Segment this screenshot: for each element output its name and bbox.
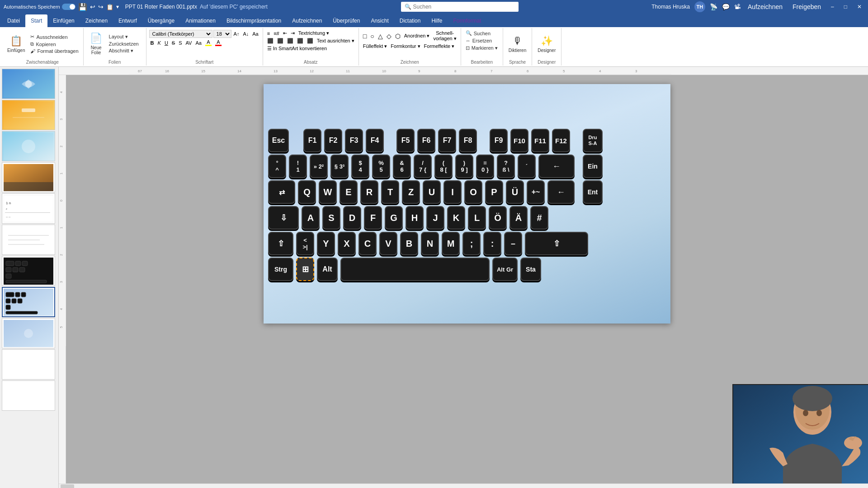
key-plus[interactable]: +~ [527, 180, 545, 204]
tab-start[interactable]: Start [25, 14, 47, 27]
case-btn[interactable]: Aa [194, 40, 203, 46]
canvas-area[interactable]: Esc F1 F2 F3 F4 F5 F6 F7 [66, 75, 868, 483]
font-increase-btn[interactable]: A↑ [232, 31, 241, 37]
key-strg[interactable]: Strg [268, 258, 293, 281]
charspace-btn[interactable]: AV [184, 40, 193, 46]
key-rshift[interactable]: ⇧ [525, 232, 588, 255]
autosave-toggle[interactable]: Automatisches Speichern [4, 4, 75, 10]
key-j[interactable]: J [426, 206, 444, 230]
tab-zeichnen[interactable]: Zeichnen [80, 14, 113, 27]
key-m[interactable]: M [442, 232, 460, 255]
key-9[interactable]: )9 ] [455, 155, 473, 178]
layout-button[interactable]: Layout ▾ [107, 33, 143, 40]
underline-btn[interactable]: U [163, 40, 170, 46]
key-f12[interactable]: F12 [552, 129, 570, 152]
tab-formformat[interactable]: Formformat [448, 14, 486, 27]
slide-thumb-72[interactable]: 72 [2, 225, 55, 255]
align-left-btn[interactable]: ⬛ [266, 38, 275, 44]
key-7[interactable]: /7 { [414, 155, 432, 178]
slide-thumb-77[interactable]: 77 [2, 380, 55, 411]
key-4[interactable]: $4 [351, 155, 369, 178]
tab-praesentation[interactable]: Bildschirmpräsentation [221, 14, 287, 27]
tab-ansicht[interactable]: Ansicht [365, 14, 394, 27]
key-1[interactable]: !1 [289, 155, 307, 178]
key-f8[interactable]: F8 [459, 129, 477, 152]
indent-inc-btn[interactable]: ⇥ [289, 30, 296, 37]
key-alt[interactable]: Alt [317, 258, 338, 281]
key-t[interactable]: T [381, 180, 399, 204]
zuruecksetzen-button[interactable]: Zurücksetzen [107, 41, 143, 47]
slide-thumb-68[interactable]: 68 [2, 100, 55, 130]
bold-btn[interactable]: B [149, 40, 156, 46]
align-center-btn[interactable]: ⬛ [276, 38, 285, 44]
slide-thumb-74[interactable]: 74 [2, 287, 55, 317]
close-btn[interactable]: ✕ [854, 4, 864, 10]
format-uebertragen-button[interactable]: 🖌 Format übertragen [28, 48, 80, 54]
key-hash[interactable]: # [530, 206, 548, 230]
key-x[interactable]: X [338, 232, 356, 255]
key-q[interactable]: Q [298, 180, 316, 204]
key-ent[interactable]: Ent [583, 180, 603, 204]
shape3[interactable]: △ [377, 32, 384, 40]
tab-animationen[interactable]: Animationen [180, 14, 221, 27]
key-oe[interactable]: Ö [489, 206, 507, 230]
key-f4[interactable]: F4 [366, 129, 384, 152]
strikethrough-btn[interactable]: S [170, 40, 176, 46]
key-y[interactable]: Y [317, 232, 335, 255]
slide-thumb-73[interactable]: 73 [2, 256, 55, 286]
neue-folie-button[interactable]: 📄 NeueFolie [86, 31, 106, 57]
textdir-btn[interactable]: Textrichtung ▾ [297, 30, 330, 37]
slide-thumb-70[interactable]: 70 [2, 162, 55, 192]
key-6[interactable]: &6 [393, 155, 411, 178]
key-w[interactable]: W [319, 180, 337, 204]
share-icon[interactable]: 📡 [710, 3, 717, 10]
tab-datei[interactable]: Datei [2, 14, 25, 27]
key-f11[interactable]: F11 [531, 129, 549, 152]
key-z[interactable]: Z [402, 180, 420, 204]
key-f[interactable]: F [364, 206, 382, 230]
key-backspace[interactable]: ← [538, 155, 575, 178]
restore-btn[interactable]: □ [841, 4, 850, 10]
schnell-btn[interactable]: Schnell-vorlagen ▾ [432, 30, 458, 42]
slide-thumb-71[interactable]: 71 1 n z ─ ─ [2, 193, 55, 224]
key-caret[interactable]: °^ [268, 155, 286, 178]
highlight-btn[interactable]: A [204, 39, 213, 47]
key-n[interactable]: N [421, 232, 439, 255]
markieren-button[interactable]: ⊡ Markieren ▾ [464, 45, 500, 52]
key-s[interactable]: S [322, 206, 340, 230]
key-d[interactable]: D [343, 206, 361, 230]
tab-hilfe[interactable]: Hilfe [426, 14, 448, 27]
shape4[interactable]: ◇ [385, 32, 393, 40]
hscroll[interactable] [59, 483, 868, 488]
col-btn[interactable]: ⬛ [306, 38, 315, 44]
list-bullets-btn[interactable]: ≡ [266, 30, 271, 37]
key-a[interactable]: A [302, 206, 320, 230]
file-icon[interactable]: 📋 [106, 4, 113, 10]
shape1[interactable]: □ [362, 32, 368, 40]
key-backtick[interactable]: ´ [518, 155, 536, 178]
suchen-button[interactable]: 🔍 Suchen [464, 30, 500, 37]
key-dash[interactable]: – [504, 232, 522, 255]
indent-dec-btn[interactable]: ⇤ [282, 30, 288, 37]
key-8[interactable]: (8 [ [434, 155, 453, 178]
slide-thumb-76[interactable]: 76 [2, 349, 55, 380]
key-druck[interactable]: DruS-A [583, 129, 603, 152]
tab-dictation[interactable]: Dictation [394, 14, 426, 27]
key-angle[interactable]: <>| [296, 232, 314, 255]
slide-thumb-67[interactable]: 67 [2, 69, 55, 99]
clear-format-btn[interactable]: Aa [251, 31, 259, 37]
key-altgr[interactable]: Alt Gr [492, 258, 518, 281]
font-select[interactable]: Calibri (Textkörper) [149, 30, 212, 38]
slide-thumb-69[interactable]: 69 [2, 131, 55, 161]
key-f3[interactable]: F3 [345, 129, 363, 152]
anordnen-btn[interactable]: Anordnen ▾ [403, 33, 431, 39]
user-avatar[interactable]: TH [694, 1, 705, 12]
tab-uebergaenge[interactable]: Übergänge [142, 14, 180, 27]
shape5[interactable]: ⬡ [394, 32, 402, 40]
comment-icon[interactable]: 💬 [722, 3, 730, 10]
key-ae[interactable]: Ä [509, 206, 528, 230]
key-capslock[interactable]: ⇩ [268, 206, 299, 230]
ausschneiden-button[interactable]: ✂ Ausschneiden [28, 33, 80, 40]
hscroll-thumb[interactable] [61, 484, 74, 488]
undo-icon[interactable]: ↩ [90, 3, 95, 10]
